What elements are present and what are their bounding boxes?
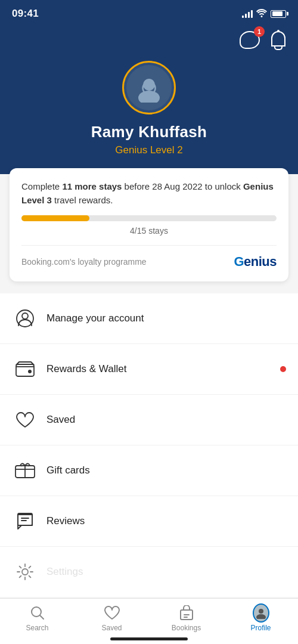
svg-point-11 (256, 614, 266, 619)
next-level: Genius Level 3 (21, 181, 274, 205)
progress-description: Complete 11 more stays before 28 Aug 202… (21, 180, 277, 207)
svg-point-10 (259, 609, 263, 614)
svg-point-1 (138, 91, 160, 103)
home-indicator (110, 637, 188, 640)
profile-section: ⊙ Ramy Khuffash Genius Level 2 (0, 55, 298, 174)
gift-cards-label: Gift cards (46, 465, 90, 476)
menu-item-gift-cards[interactable]: Gift cards (0, 445, 298, 496)
svg-point-5 (28, 370, 32, 373)
person-circle-icon (12, 305, 38, 332)
profile-nav-avatar (253, 603, 269, 623)
saved-label: Saved (46, 414, 75, 426)
bell-icon (271, 31, 285, 47)
nav-profile[interactable]: Profile (240, 605, 282, 632)
signal-bars-icon (242, 10, 253, 18)
saved-nav-icon (104, 605, 120, 621)
svg-point-7 (22, 569, 28, 575)
wallet-icon (12, 356, 38, 382)
genius-level: Genius Level 2 (115, 144, 182, 156)
profile-nav-icon (253, 605, 269, 621)
search-nav-icon (29, 605, 46, 621)
gift-card-icon (12, 457, 38, 484)
avatar: ⊙ (122, 61, 176, 114)
user-name: Ramy Khuffash (91, 123, 207, 141)
reviews-label: Reviews (46, 515, 85, 527)
svg-point-0 (143, 79, 155, 91)
progress-bar-fill (21, 215, 89, 221)
genius-logo: Genius (234, 254, 277, 270)
status-bar: 09:41 (0, 0, 298, 26)
progress-bar-track (21, 215, 277, 221)
nav-saved[interactable]: Saved (91, 605, 133, 632)
rewards-wallet-label: Rewards & Wallet (46, 363, 126, 375)
loyalty-text: Booking.com's loyalty programme (21, 257, 147, 267)
header-icons: 1 (0, 26, 298, 55)
profile-nav-label: Profile (250, 624, 271, 632)
chat-badge: 1 (254, 26, 265, 37)
wifi-icon (256, 9, 267, 19)
bookings-nav-icon (178, 605, 195, 621)
bookings-nav-label: Bookings (172, 624, 201, 632)
menu-list: Manage your account Rewards & Wallet (0, 293, 298, 597)
status-time: 09:41 (12, 8, 39, 20)
menu-item-settings[interactable]: Settings (0, 547, 298, 597)
menu-item-reviews[interactable]: Reviews (0, 496, 298, 547)
search-nav-label: Search (26, 624, 48, 632)
svg-point-3 (22, 313, 28, 319)
progress-count: 4/15 stays (21, 226, 277, 236)
svg-rect-4 (16, 364, 34, 376)
chat-button[interactable]: 1 (240, 31, 260, 49)
loyalty-row: Booking.com's loyalty programme Genius (21, 245, 277, 270)
reviews-icon (12, 508, 38, 534)
manage-account-label: Manage your account (46, 312, 144, 324)
menu-item-rewards-wallet[interactable]: Rewards & Wallet (0, 344, 298, 395)
menu-item-saved[interactable]: Saved (0, 395, 298, 445)
stays-count: 11 more stays (62, 181, 122, 191)
battery-icon (271, 10, 286, 18)
settings-label: Settings (46, 566, 83, 578)
nav-bookings[interactable]: Bookings (166, 605, 207, 632)
saved-nav-label: Saved (101, 624, 122, 632)
status-icons (242, 9, 286, 19)
rewards-wallet-dot (280, 366, 286, 372)
notification-button[interactable] (269, 31, 287, 49)
progress-card: Complete 11 more stays before 28 Aug 202… (10, 168, 288, 281)
heart-icon (12, 407, 38, 433)
settings-icon (12, 559, 38, 585)
nav-search[interactable]: Search (17, 605, 58, 632)
menu-item-manage-account[interactable]: Manage your account (0, 293, 298, 344)
